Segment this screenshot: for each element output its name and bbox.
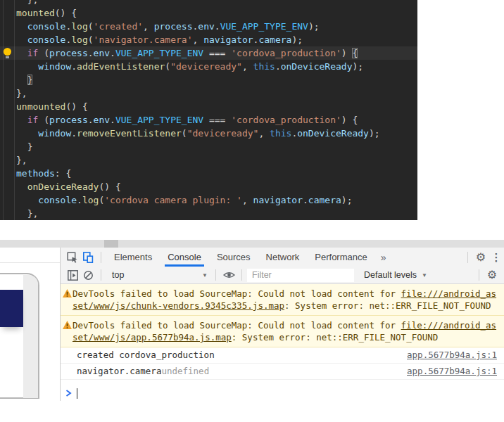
console-warning: DevTools failed to load SourceMap: Could… — [61, 284, 504, 316]
more-tabs-icon[interactable]: » — [375, 252, 392, 263]
separator — [101, 269, 101, 281]
log-levels-dropdown[interactable]: Default levels ▼ — [364, 270, 427, 280]
code-line: window.addEventListener("deviceready", t… — [0, 60, 417, 73]
tab-elements[interactable]: Elements — [106, 248, 160, 267]
code-line: } — [0, 140, 417, 153]
code-line: if (process.env.VUE_APP_TYPE_ENV === 'co… — [0, 113, 417, 127]
separator — [215, 269, 216, 281]
console-log-row: created cordova_productionapp.5677b94a.j… — [61, 347, 504, 364]
device-bezel — [23, 275, 38, 398]
tab-sources[interactable]: Sources — [209, 248, 258, 267]
chevron-down-icon: ▼ — [422, 272, 427, 279]
separator — [241, 269, 242, 281]
code-line: }, — [0, 87, 417, 100]
code-line: } — [0, 73, 417, 87]
tab-performance[interactable]: Performance — [307, 248, 374, 267]
log-levels-label: Default levels — [364, 270, 417, 280]
console-toolbar: top ▼ Default levels ▼ ⚙ — [61, 267, 504, 284]
page-divider-line — [0, 262, 60, 263]
code-lines: },mounted() { console.log('created', pro… — [0, 0, 417, 220]
separator — [467, 252, 468, 263]
settings-gear-icon[interactable]: ⚙ — [473, 250, 489, 265]
devtools-panel: ElementsConsoleSourcesNetworkPerformance… — [60, 248, 504, 401]
text-cursor — [77, 388, 77, 399]
warning-icon — [63, 321, 72, 329]
quick-fix-lightbulb-icon[interactable] — [4, 48, 11, 58]
code-line: console.log('cordova camera plugin: ', n… — [0, 193, 417, 207]
prompt-chevron-icon — [65, 390, 72, 397]
filter-input[interactable] — [247, 269, 354, 282]
code-line: console.log('created', process.env.VUE_A… — [0, 20, 417, 33]
code-editor[interactable]: },mounted() { console.log('created', pro… — [0, 0, 417, 220]
context-dropdown[interactable]: top ▼ — [106, 270, 210, 280]
code-line: unmounted() { — [0, 100, 417, 113]
tab-console[interactable]: Console — [160, 248, 209, 267]
code-line: }, — [0, 0, 417, 6]
window-top-strip — [0, 240, 504, 248]
device-toolbar-icon[interactable] — [80, 250, 96, 265]
menu-dots-icon[interactable]: ⋮ — [489, 250, 504, 265]
code-line: }, — [0, 207, 417, 220]
live-expression-eye-icon[interactable] — [221, 267, 237, 283]
code-line: onDeviceReady() { — [0, 180, 417, 193]
source-link[interactable]: app.5677b94a.js:1 — [407, 366, 497, 377]
console-settings-gear-icon[interactable]: ⚙ — [484, 267, 500, 283]
code-line: window.removeEventListener("deviceready"… — [0, 127, 417, 140]
console-warning: DevTools failed to load SourceMap: Could… — [61, 316, 504, 347]
code-line: methods: { — [0, 167, 417, 180]
separator — [101, 252, 101, 263]
separator — [479, 269, 479, 281]
screenshot-root: },mounted() { console.log('created', pro… — [0, 0, 504, 422]
source-link[interactable]: app.5677b94a.js:1 — [407, 350, 497, 361]
console-prompt[interactable] — [61, 385, 504, 401]
tab-network[interactable]: Network — [258, 248, 308, 267]
inspect-icon[interactable] — [65, 250, 80, 265]
code-line: console.log('navigator.camera', navigato… — [0, 33, 417, 46]
code-line: if (process.env.VUE_APP_TYPE_ENV === 'co… — [0, 46, 417, 60]
device-screen-content — [0, 290, 23, 327]
devtools-tabs: ElementsConsoleSourcesNetworkPerformance — [106, 248, 375, 267]
sidebar-toggle-icon[interactable] — [65, 267, 80, 283]
chevron-down-icon: ▼ — [202, 272, 208, 279]
devtools-tabbar: ElementsConsoleSourcesNetworkPerformance… — [61, 248, 504, 267]
code-line: }, — [0, 153, 417, 167]
context-label: top — [112, 270, 124, 280]
console-messages: DevTools failed to load SourceMap: Could… — [61, 284, 504, 385]
code-line: mounted() { — [0, 6, 417, 20]
scrollbar-thumb[interactable] — [104, 240, 118, 248]
warning-icon — [63, 289, 72, 298]
clear-console-icon[interactable] — [80, 267, 96, 283]
console-log-row: navigator.camera undefinedapp.5677b94a.j… — [61, 364, 504, 380]
